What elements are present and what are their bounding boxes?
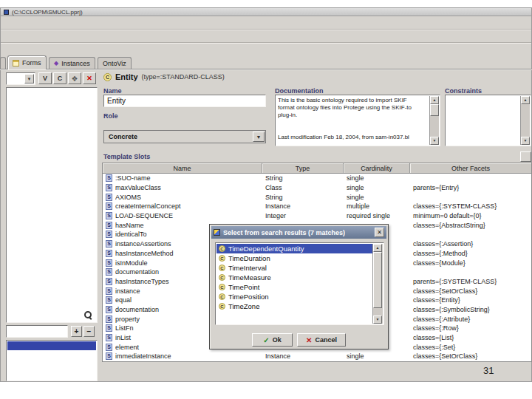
slot-other-facets: classes={:Method} — [410, 250, 531, 257]
scroll-down-icon[interactable]: ▼ — [430, 137, 439, 145]
slot-name: AXIOMS — [115, 194, 262, 201]
slot-other-facets: parents={:SYSTEM-CLASS} — [410, 278, 531, 285]
search-result-item[interactable]: CTimeDependentQuantity — [216, 244, 372, 253]
slot-type: Class — [262, 184, 344, 191]
slot-icon: S — [106, 194, 112, 201]
table-row[interactable]: SmaxValueClassClasssingleparents={Entry} — [103, 183, 531, 193]
slot-type: Instance — [262, 202, 344, 210]
documentation-label: Documentation — [275, 87, 324, 95]
close-icon[interactable]: ✕ — [375, 228, 384, 237]
search-icon[interactable] — [84, 311, 92, 319]
scroll-up-icon[interactable]: ▲ — [373, 244, 382, 252]
scrollbar-thumb[interactable] — [373, 252, 382, 308]
class-filter-combobox[interactable]: ▼ — [6, 72, 35, 85]
tab-instances[interactable]: ◆ Instances — [49, 57, 95, 69]
table-row[interactable]: ScreateInternalConceptInstancemultiplecl… — [103, 202, 531, 211]
role-label: Role — [103, 112, 118, 120]
slot-other-facets: minimum=0 default={0} — [410, 212, 531, 219]
class-icon: C — [219, 293, 225, 300]
views-icon-button[interactable]: ❖ — [68, 72, 81, 84]
dialog-title: Select from search results (7 matches) — [223, 229, 345, 236]
result-label: TimeInterval — [228, 264, 267, 272]
result-label: TimePoint — [228, 283, 259, 291]
search-result-item[interactable]: CTimeInterval — [216, 263, 372, 273]
slot-other-facets: classes={List} — [410, 334, 531, 341]
superclass-panel[interactable] — [6, 340, 98, 381]
slot-icon: S — [106, 240, 112, 248]
view-class-button[interactable]: V — [38, 72, 52, 84]
table-header: Name Type Cardinality Other Facets — [102, 163, 532, 174]
constraints-scrollbar[interactable]: ▲ ▼ — [520, 96, 530, 145]
create-class-button[interactable]: C — [53, 72, 66, 84]
add-button[interactable]: + — [71, 326, 82, 337]
list-scrollbar[interactable]: ▲ ▼ — [372, 244, 383, 324]
documentation-textarea[interactable]: This is the basic ontology required to i… — [275, 95, 440, 146]
slot-icon: S — [106, 231, 112, 238]
table-row[interactable]: SLOAD-SEQUENCEIntegerrequired singlemini… — [103, 211, 531, 221]
column-header-name[interactable]: Name — [103, 163, 262, 173]
ok-label: Ok — [273, 336, 282, 344]
column-header-cardinality[interactable]: Cardinality — [344, 163, 410, 173]
table-row[interactable]: S:SUO-nameStringsingle — [103, 174, 531, 183]
slot-icon: S — [106, 316, 112, 323]
search-result-item[interactable]: CTimeDuration — [216, 253, 372, 263]
ok-button[interactable]: ✓ Ok — [252, 333, 293, 347]
slot-icon: S — [106, 184, 112, 191]
form-icon — [13, 60, 19, 66]
name-input[interactable]: Entity — [103, 95, 266, 107]
documentation-scrollbar[interactable]: ▲ ▼ — [429, 96, 439, 145]
cancel-button[interactable]: ✕ Cancel — [297, 333, 346, 347]
selected-row[interactable] — [7, 341, 96, 350]
slot-other-facets: classes={SetOrClass} — [410, 287, 531, 295]
slot-name: LOAD-SEQUENCE — [115, 212, 262, 219]
slot-type: String — [262, 174, 344, 182]
chevron-down-icon[interactable]: ▼ — [253, 132, 265, 142]
class-icon: C — [219, 303, 225, 310]
slot-cardinality: single — [344, 352, 410, 360]
chevron-down-icon[interactable]: ▼ — [24, 74, 34, 83]
template-slots-toolbar-button[interactable] — [520, 151, 531, 162]
scroll-down-icon[interactable]: ▼ — [521, 137, 530, 145]
tab-partial[interactable] — [0, 57, 6, 69]
tab-ontoviz[interactable]: OntoViz — [98, 57, 132, 69]
tab-forms[interactable]: Forms — [7, 55, 47, 69]
remove-button[interactable]: − — [83, 326, 95, 337]
role-dropdown[interactable]: Concrete ▼ — [103, 130, 266, 143]
search-results-list: CTimeDependentQuantityCTimeDurationCTime… — [215, 242, 384, 325]
slot-name: maxValueClass — [115, 184, 262, 191]
column-header-other[interactable]: Other Facets — [410, 163, 531, 173]
search-result-item[interactable]: CTimeZone — [216, 301, 372, 311]
dialog-titlebar[interactable]: Select from search results (7 matches) ✕ — [211, 226, 386, 239]
search-result-item[interactable]: CTimePosition — [216, 292, 372, 301]
search-result-item[interactable]: CTimeMeasure — [216, 273, 372, 282]
table-row[interactable]: SAXIOMSStringsingle — [103, 192, 531, 202]
slot-name: immediateInstance — [115, 352, 262, 360]
scroll-up-icon[interactable]: ▲ — [430, 96, 439, 104]
slot-icon: S — [106, 250, 112, 257]
window-titlebar[interactable]: (C:\CCLOPM\SMUCL.pprj) — [0, 7, 532, 16]
slot-type: Integer — [262, 212, 344, 219]
x-icon: ✕ — [306, 336, 312, 344]
slot-type: String — [262, 194, 344, 201]
scrollbar-thumb[interactable] — [430, 104, 439, 116]
slot-icon: S — [106, 278, 112, 285]
dialog-icon — [214, 229, 220, 236]
scroll-up-icon[interactable]: ▲ — [521, 96, 530, 104]
tab-label: Instances — [61, 60, 90, 67]
relationship-field[interactable] — [6, 325, 68, 338]
scroll-down-icon[interactable]: ▼ — [373, 316, 382, 324]
table-row[interactable]: SimmediateInstanceInstancesingleclasses=… — [103, 352, 531, 361]
slot-other-facets: classes={SetOrClass} — [410, 352, 531, 360]
delete-class-button[interactable]: ✕ — [83, 72, 96, 84]
slide: (C:\CCLOPM\SMUCL.pprj) Forms ◆ Instances… — [0, 0, 532, 399]
slot-icon: S — [106, 344, 112, 351]
class-tree-panel[interactable] — [6, 87, 98, 323]
tab-label: OntoViz — [103, 60, 126, 67]
slot-icon: S — [106, 202, 112, 210]
column-header-type[interactable]: Type — [262, 163, 344, 173]
constraints-pane[interactable]: ▲ ▼ — [445, 95, 531, 146]
search-result-item[interactable]: CTimePoint — [216, 282, 372, 292]
search-results-items: CTimeDependentQuantityCTimeDurationCTime… — [216, 244, 372, 324]
search-results-dialog: Select from search results (7 matches) ✕… — [209, 224, 389, 349]
result-label: TimeMeasure — [228, 273, 271, 282]
